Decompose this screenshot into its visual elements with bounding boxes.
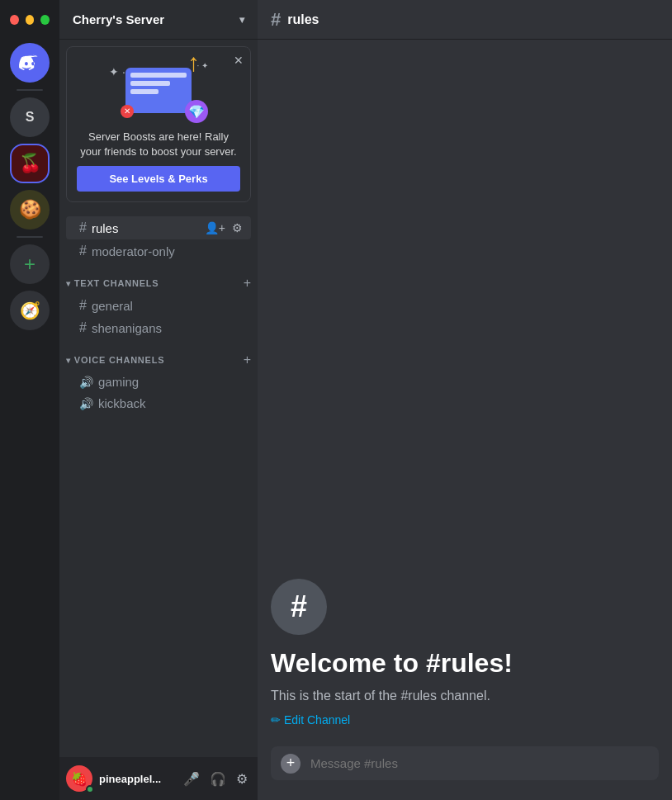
text-channel-icon-general: # xyxy=(79,298,87,313)
channel-name-kickback: kickback xyxy=(98,396,244,410)
server-name: Cherry's Server xyxy=(73,12,233,26)
text-channel-icon-shenanigans: # xyxy=(79,320,87,335)
close-button[interactable] xyxy=(10,15,19,25)
channel-header-hash-icon: # xyxy=(271,9,281,31)
minimize-button[interactable] xyxy=(26,15,35,25)
add-voice-channel-button[interactable]: + xyxy=(244,353,251,367)
channel-name-gaming: gaming xyxy=(98,375,244,389)
boost-card-line-3 xyxy=(130,89,159,94)
sparkle-right-icon: · ✦ xyxy=(196,61,208,70)
server-icon-cookie[interactable]: 🍪 xyxy=(10,190,50,230)
add-server-button[interactable]: + xyxy=(10,244,50,284)
boost-cta-button[interactable]: See Levels & Perks xyxy=(77,166,240,192)
category-text-channels[interactable]: ▾ TEXT CHANNELS + xyxy=(59,263,258,294)
channel-item-rules[interactable]: # rules 👤+ ⚙ xyxy=(66,216,251,239)
channel-name-rules: rules xyxy=(92,221,198,235)
channel-name-general: general xyxy=(92,299,244,313)
boost-illustration: ✦ · ✕ ↑ 💎 · ✦ xyxy=(77,57,240,123)
server-icon-s[interactable]: S xyxy=(10,97,50,137)
text-channel-icon: # xyxy=(79,220,87,235)
sparkle-left-icon: ✦ · xyxy=(109,65,125,78)
category-name-voice: VOICE CHANNELS xyxy=(74,355,240,365)
category-arrow-voice: ▾ xyxy=(66,356,71,365)
headset-button[interactable]: 🎧 xyxy=(206,768,230,790)
category-arrow-text: ▾ xyxy=(66,279,71,288)
channel-header-name: rules xyxy=(287,12,319,27)
channel-item-general[interactable]: # general xyxy=(66,295,251,316)
edit-channel-label: Edit Channel xyxy=(284,713,350,727)
channel-sidebar: Cherry's Server ▾ ✕ ✦ · ✕ ↑ 💎 · ✦ Server… xyxy=(59,0,258,800)
chat-area: # Welcome to #rules! This is the start o… xyxy=(258,40,672,740)
welcome-section: # Welcome to #rules! This is the start o… xyxy=(271,579,659,727)
category-voice-channels[interactable]: ▾ VOICE CHANNELS + xyxy=(59,339,258,371)
boost-banner: ✕ ✦ · ✕ ↑ 💎 · ✦ Server Boosts are here! … xyxy=(66,46,251,202)
user-avatar[interactable]: 🍓 xyxy=(66,765,92,792)
boost-card-line-1 xyxy=(130,73,187,78)
channel-list: # rules 👤+ ⚙ # moderator-only ▾ TEXT CHA… xyxy=(59,209,258,757)
username-label: pineapplel... xyxy=(99,773,173,785)
channel-actions-rules: 👤+ ⚙ xyxy=(203,220,244,236)
user-bar: 🍓 pineapplel... 🎤 🎧 ⚙ xyxy=(59,757,258,800)
server-header[interactable]: Cherry's Server ▾ xyxy=(59,0,258,40)
boost-image: ✦ · ✕ ↑ 💎 · ✦ xyxy=(109,57,208,123)
server-chevron-icon: ▾ xyxy=(239,14,244,26)
message-add-button[interactable]: + xyxy=(281,754,301,774)
channel-item-gaming[interactable]: 🔊 gaming xyxy=(66,372,251,392)
voice-channel-icon-kickback: 🔊 xyxy=(79,397,93,410)
welcome-channel-icon: # xyxy=(271,579,327,635)
main-content: # Welcome to #rules! This is the start o… xyxy=(258,40,672,800)
text-channel-icon-2: # xyxy=(79,244,87,258)
edit-pencil-icon: ✏ xyxy=(271,713,281,727)
channel-item-shenanigans[interactable]: # shenanigans xyxy=(66,317,251,338)
welcome-title: Welcome to #rules! xyxy=(271,648,659,679)
welcome-hash-symbol: # xyxy=(291,589,307,624)
channel-header: # rules xyxy=(258,0,672,40)
user-controls: 🎤 🎧 ⚙ xyxy=(180,768,251,790)
boost-close-button[interactable]: ✕ xyxy=(234,54,244,67)
boost-card-line-2 xyxy=(130,81,170,86)
explore-servers-button[interactable]: 🧭 xyxy=(10,291,50,330)
fullscreen-button[interactable] xyxy=(40,15,50,25)
discord-home-icon[interactable] xyxy=(10,43,50,83)
message-input[interactable] xyxy=(310,746,649,780)
settings-button-rules[interactable]: ⚙ xyxy=(230,220,244,236)
channel-name-shenanigans: shenanigans xyxy=(92,321,244,335)
category-name-text: TEXT CHANNELS xyxy=(74,278,240,288)
server-list: S 🍒 🍪 + 🧭 xyxy=(0,0,59,800)
message-input-wrapper: + xyxy=(271,746,659,780)
user-status-indicator xyxy=(86,785,94,793)
invite-button-rules[interactable]: 👤+ xyxy=(203,220,227,236)
server-divider xyxy=(17,89,43,91)
user-settings-button[interactable]: ⚙ xyxy=(233,768,251,790)
add-text-channel-button[interactable]: + xyxy=(244,276,251,291)
server-icon-cherry[interactable]: 🍒 xyxy=(10,144,50,183)
welcome-description: This is the start of the #rules channel. xyxy=(271,689,659,703)
server-divider-2 xyxy=(17,236,43,238)
boost-text: Server Boosts are here! Rally your frien… xyxy=(77,130,240,159)
boost-x-mark: ✕ xyxy=(121,105,134,118)
edit-channel-link[interactable]: ✏ Edit Channel xyxy=(271,713,659,727)
message-bar: + xyxy=(258,740,672,800)
boost-card: ✕ xyxy=(125,68,192,113)
microphone-button[interactable]: 🎤 xyxy=(180,768,203,790)
channel-item-kickback[interactable]: 🔊 kickback xyxy=(66,393,251,414)
channel-name-moderator-only: moderator-only xyxy=(92,244,244,258)
voice-channel-icon-gaming: 🔊 xyxy=(79,376,93,389)
boost-gem-icon: 💎 xyxy=(185,100,208,123)
channel-item-moderator-only[interactable]: # moderator-only xyxy=(66,240,251,262)
